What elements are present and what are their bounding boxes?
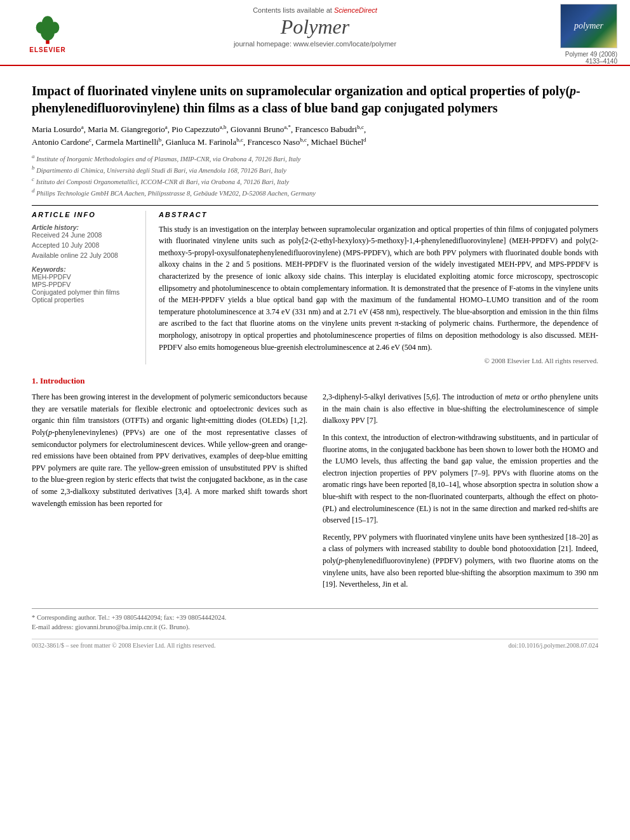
- article-info-heading: ARTICLE INFO: [32, 211, 138, 218]
- polymer-logo-text: polymer: [574, 21, 603, 31]
- body-col-left: There has been growing interest in the d…: [32, 391, 307, 596]
- article-title: Impact of fluorinated vinylene units on …: [32, 83, 598, 117]
- polymer-logo-box: polymer: [560, 4, 617, 48]
- elsevier-tree-icon: [29, 10, 67, 45]
- keyword-1: MEH-PPDFV: [32, 273, 138, 281]
- page: ELSEVIER Contents lists available at Sci…: [0, 0, 630, 840]
- affiliations: a Institute of Inorganic Methodologies a…: [32, 152, 598, 199]
- keyword-4: Optical properties: [32, 296, 138, 303]
- available-date: Available online 22 July 2008: [32, 251, 138, 259]
- para-1: There has been growing interest in the d…: [32, 391, 307, 509]
- svg-point-4: [42, 16, 53, 30]
- header-left: ELSEVIER: [13, 4, 83, 53]
- received-date: Received 24 June 2008: [32, 231, 138, 239]
- affiliation-a: a Institute of Inorganic Methodologies a…: [32, 152, 598, 164]
- authors: Maria Losurdoa, Maria M. Giangregorioa, …: [32, 123, 598, 149]
- header-right: polymer Polymer 49 (2008) 4133–4140: [547, 4, 617, 65]
- keyword-2: MPS-PPDFV: [32, 281, 138, 288]
- section-1: 1. Introduction There has been growing i…: [32, 376, 598, 596]
- elsevier-label: ELSEVIER: [29, 46, 65, 53]
- journal-header: ELSEVIER Contents lists available at Sci…: [0, 0, 630, 66]
- sciencedirect-link[interactable]: ScienceDirect: [334, 6, 377, 14]
- affiliation-c: c Istituto dei Composti Organometallici,…: [32, 175, 598, 187]
- elsevier-logo: ELSEVIER: [13, 10, 83, 53]
- para-4: Recently, PPV polymers with fluorinated …: [323, 531, 598, 590]
- para-2: 2,3-diphenyl-5-alkyl derivatives [5,6]. …: [323, 391, 598, 427]
- keyword-3: Conjugated polymer thin films: [32, 288, 138, 296]
- footnote-email: E-mail address: giovanni.bruno@ba.imip.c…: [32, 622, 598, 632]
- article-info-abstract: ARTICLE INFO Article history: Received 2…: [32, 205, 598, 365]
- abstract-heading: ABSTRACT: [159, 211, 598, 218]
- keywords-heading: Keywords:: [32, 265, 138, 273]
- history-label: Article history:: [32, 223, 138, 231]
- abstract-col: ABSTRACT This study is an investigation …: [159, 211, 598, 365]
- main-content: Impact of fluorinated vinylene units on …: [0, 66, 630, 662]
- footer-bottom: 0032-3861/$ – see front matter © 2008 El…: [32, 639, 598, 649]
- article-info-col: ARTICLE INFO Article history: Received 2…: [32, 211, 146, 365]
- section-1-heading: 1. Introduction: [32, 376, 598, 386]
- article-number: Polymer 49 (2008) 4133–4140: [547, 51, 617, 65]
- accepted-date: Accepted 10 July 2008: [32, 241, 138, 249]
- sciencedirect-line: Contents lists available at ScienceDirec…: [89, 6, 541, 14]
- affiliation-d: d Philips Technologie GmbH BCA Aachen, P…: [32, 187, 598, 198]
- journal-homepage: journal homepage: www.elsevier.com/locat…: [89, 40, 541, 48]
- body-two-col: There has been growing interest in the d…: [32, 391, 598, 596]
- copyright: © 2008 Elsevier Ltd. All rights reserved…: [159, 357, 598, 364]
- sciencedirect-text: Contents lists available at: [253, 6, 332, 14]
- body-col-right: 2,3-diphenyl-5-alkyl derivatives [5,6]. …: [323, 391, 598, 596]
- abstract-text: This study is an investigation on the in…: [159, 223, 598, 354]
- journal-name: Polymer: [89, 15, 541, 39]
- footnote-area: * Corresponding author. Tel.: +39 080544…: [32, 608, 598, 633]
- para-3: In this context, the introduction of ele…: [323, 432, 598, 526]
- doi: doi:10.1016/j.polymer.2008.07.024: [509, 642, 598, 649]
- affiliation-b: b Dipartimento di Chimica, Università de…: [32, 164, 598, 175]
- footnote-star: * Corresponding author. Tel.: +39 080544…: [32, 613, 598, 623]
- header-center: Contents lists available at ScienceDirec…: [83, 4, 547, 50]
- issn: 0032-3861/$ – see front matter © 2008 El…: [32, 642, 215, 649]
